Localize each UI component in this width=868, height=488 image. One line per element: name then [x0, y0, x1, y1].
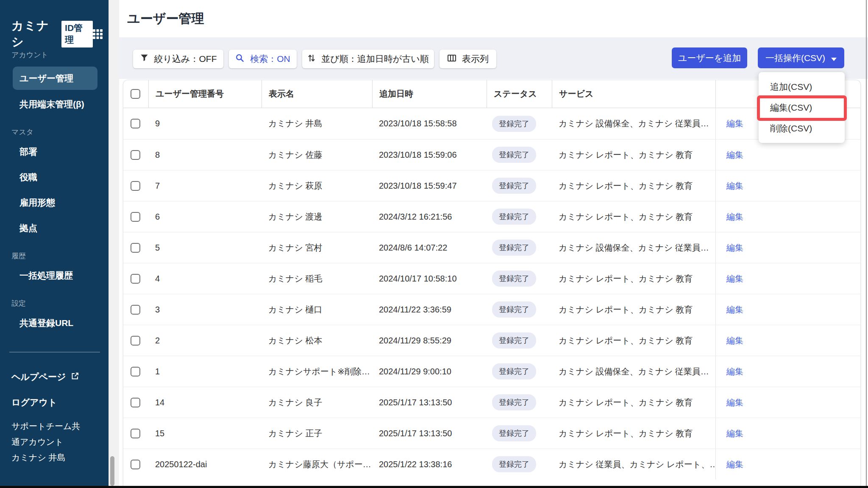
table-row: 9カミナシ 井島2023/10/18 15:58:58登録完了カミナシ 設備保全… [123, 108, 860, 139]
filter-button[interactable]: 絞り込み：OFF [133, 50, 223, 68]
apps-grid-icon[interactable] [93, 29, 103, 39]
cell-services: カミナシ レポート、カミナシ 教育 [552, 139, 715, 170]
bottom-strip [0, 486, 868, 488]
cell-status: 登録完了 [487, 232, 552, 263]
edit-link[interactable]: 編集 [726, 397, 743, 408]
sidebar-item-共用端末管理(β)[interactable]: 共用端末管理(β) [0, 92, 108, 117]
edit-link[interactable]: 編集 [726, 335, 743, 346]
filter-icon [140, 53, 149, 64]
edit-link[interactable]: 編集 [726, 273, 743, 284]
sort-button[interactable]: 並び順：追加日時が古い順 [302, 50, 434, 68]
sidebar-item-雇用形態[interactable]: 雇用形態 [0, 190, 108, 215]
cell-status: 登録完了 [487, 294, 552, 325]
edit-link[interactable]: 編集 [726, 242, 743, 254]
cell-display-name: カミナシ 正子 [262, 418, 372, 449]
sidebar-section-label: 履歴 [0, 248, 108, 263]
sidebar-link-label: ヘルプページ [11, 371, 66, 383]
edit-link[interactable]: 編集 [726, 149, 743, 161]
cell-user-id: 4 [148, 263, 262, 294]
cell-checkbox [123, 325, 148, 356]
external-link-icon [71, 372, 79, 382]
cell-status: 登録完了 [487, 325, 552, 356]
cell-status: 登録完了 [487, 201, 552, 232]
add-user-button[interactable]: ユーザーを追加 [672, 47, 747, 68]
cell-added-date: 2024/11/29 8:55:29 [372, 325, 487, 356]
status-badge: 登録完了 [492, 116, 536, 132]
row-checkbox[interactable] [131, 243, 140, 253]
cell-added-date: 2025/1/17 13:13:50 [372, 387, 487, 418]
cell-filler [773, 356, 860, 387]
edit-link[interactable]: 編集 [726, 428, 743, 439]
brand-badge: ID管理 [61, 21, 93, 47]
menu-item-追加(CSV)[interactable]: 追加(CSV) [759, 76, 845, 97]
row-checkbox[interactable] [131, 367, 140, 376]
sidebar-item-部署[interactable]: 部署 [0, 139, 108, 165]
status-badge: 登録完了 [492, 394, 536, 410]
add-user-button-label: ユーザーを追加 [678, 52, 741, 64]
scrollbar-thumb[interactable] [110, 456, 114, 486]
sidebar-item-役職[interactable]: 役職 [0, 165, 108, 190]
cell-added-date: 2024/11/22 3:36:59 [372, 294, 487, 325]
sidebar-divider [9, 352, 100, 352]
cell-status: 登録完了 [487, 139, 552, 170]
bulk-actions-button[interactable]: 一括操作(CSV) [758, 47, 844, 68]
sidebar-section-label: 設定 [0, 296, 108, 310]
row-checkbox[interactable] [131, 119, 140, 128]
edit-link[interactable]: 編集 [726, 211, 743, 223]
cell-checkbox [123, 108, 148, 139]
table-row: 6カミナシ 渡邊2024/3/12 16:21:56登録完了カミナシ レポート、… [123, 201, 860, 232]
row-checkbox[interactable] [131, 336, 140, 346]
row-checkbox[interactable] [131, 398, 140, 407]
cell-user-id: 5 [148, 232, 262, 263]
sidebar-item-拠点[interactable]: 拠点 [0, 215, 108, 241]
sidebar-item-ユーザー管理[interactable]: ユーザー管理 [13, 67, 97, 90]
row-checkbox[interactable] [131, 181, 140, 191]
header-cell-ユーザー管理番号: ユーザー管理番号 [148, 80, 262, 108]
menu-item-編集(CSV)[interactable]: 編集(CSV) [759, 97, 845, 118]
cell-user-id: 7 [148, 170, 262, 201]
edit-link[interactable]: 編集 [726, 366, 743, 377]
sidebar-section-label: マスタ [0, 125, 108, 139]
sidebar-item-一括処理履歴[interactable]: 一括処理履歴 [0, 263, 108, 288]
sidebar-link-ログアウト[interactable]: ログアウト [0, 390, 108, 415]
search-button[interactable]: 検索：ON [229, 50, 297, 68]
status-badge: 登録完了 [492, 209, 536, 225]
cell-user-id: 1 [148, 356, 262, 387]
user-name: カミナシ 井島 [11, 450, 108, 466]
table-row: 2カミナシ 松本2024/11/29 8:55:29登録完了カミナシ レポート、… [123, 325, 860, 356]
table-header-row: ユーザー管理番号表示名追加日時ステータスサービス [123, 80, 860, 108]
cell-status: 登録完了 [487, 356, 552, 387]
cell-filler [773, 449, 860, 480]
edit-link[interactable]: 編集 [726, 304, 743, 315]
select-all-checkbox[interactable] [131, 89, 140, 99]
sidebar-link-ヘルプページ[interactable]: ヘルプページ [0, 364, 108, 390]
cell-user-id: 2 [148, 325, 262, 356]
table-row: 5カミナシ 宮村2024/8/6 14:07:22登録完了カミナシ 設備保全、カ… [123, 232, 860, 263]
table-row: 15カミナシ 正子2025/1/17 13:13:50登録完了カミナシ レポート… [123, 418, 860, 449]
edit-link[interactable]: 編集 [726, 180, 743, 192]
menu-item-削除(CSV)[interactable]: 削除(CSV) [759, 118, 845, 139]
cell-checkbox [123, 263, 148, 294]
table-row: 20250122-daiカミナシ藤原大（サポー…2025/1/22 13:38:… [123, 449, 860, 480]
status-badge: 登録完了 [492, 240, 536, 256]
row-checkbox[interactable] [131, 305, 140, 315]
row-checkbox[interactable] [131, 274, 140, 284]
status-badge: 登録完了 [492, 456, 536, 472]
status-badge: 登録完了 [492, 363, 536, 379]
sidebar-account-block: サポートチーム共通アカウントカミナシ 井島 [0, 418, 108, 466]
cell-edit: 編集 [715, 294, 773, 325]
cell-added-date: 2023/10/18 15:59:06 [372, 139, 487, 170]
row-checkbox[interactable] [131, 150, 140, 160]
row-checkbox[interactable] [131, 429, 140, 438]
edit-link[interactable]: 編集 [726, 118, 743, 129]
edit-link[interactable]: 編集 [726, 459, 743, 470]
cell-services: カミナシ レポート、カミナシ 教育 [552, 325, 715, 356]
row-checkbox[interactable] [131, 212, 140, 222]
row-checkbox[interactable] [131, 460, 140, 469]
cell-user-id: 6 [148, 201, 262, 232]
cell-display-name: カミナシ 渡邊 [262, 201, 372, 232]
cell-services: カミナシ レポート、カミナシ 教育 [552, 294, 715, 325]
sidebar-item-共通登録URL[interactable]: 共通登録URL [0, 310, 108, 336]
search-icon [235, 53, 245, 65]
columns-button[interactable]: 表示列 [440, 50, 496, 68]
